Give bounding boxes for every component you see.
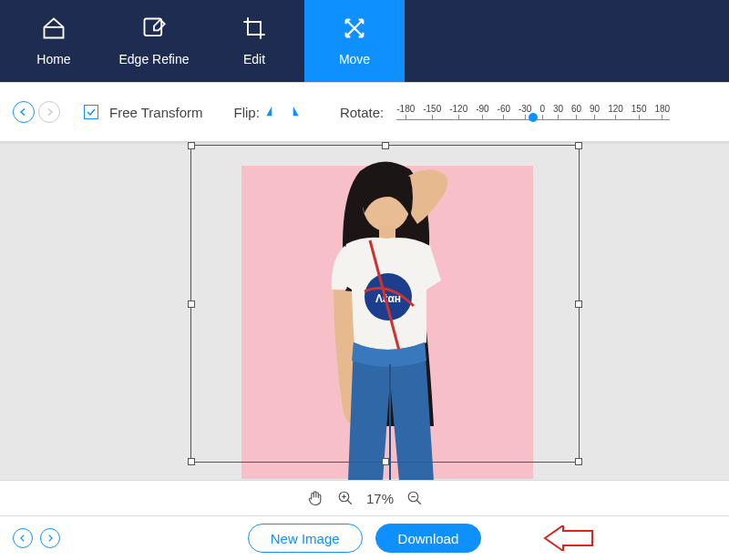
nav-home-label: Home <box>36 52 70 66</box>
rotate-slider[interactable]: -180 -150 -120 -90 -60 -30 0 30 60 90 12… <box>396 104 670 120</box>
nav-edge-refine[interactable]: Edge Refine <box>104 0 204 82</box>
nav-edge-refine-label: Edge Refine <box>118 52 189 66</box>
canvas-area[interactable]: Λέαн <box>0 142 729 480</box>
handle-s[interactable] <box>382 458 389 465</box>
paging-group <box>13 528 60 548</box>
top-nav: Home Edge Refine Edit Move <box>0 0 729 82</box>
free-transform-checkbox[interactable] <box>84 105 98 119</box>
download-label: Download <box>398 531 459 546</box>
new-image-button[interactable]: New Image <box>248 524 363 553</box>
zoom-out-icon[interactable] <box>406 490 423 506</box>
redo-button[interactable] <box>38 101 60 123</box>
svg-line-6 <box>347 500 352 504</box>
selection-box[interactable] <box>190 145 580 463</box>
undo-redo-group <box>13 101 60 123</box>
free-transform-label: Free Transform <box>109 105 203 120</box>
next-image-button[interactable] <box>40 528 60 548</box>
nav-edit[interactable]: Edit <box>204 0 304 82</box>
new-image-label: New Image <box>271 531 340 546</box>
rotate-thumb[interactable] <box>529 113 538 122</box>
edge-refine-icon <box>141 15 167 45</box>
flip-vertical-icon[interactable] <box>285 104 300 121</box>
download-button[interactable]: Download <box>375 524 482 553</box>
svg-line-10 <box>416 500 421 504</box>
rotate-group: Rotate: -180 -150 -120 -90 -60 -30 0 30 … <box>340 104 670 120</box>
handle-sw[interactable] <box>188 458 195 465</box>
center-actions: New Image Download <box>0 524 729 553</box>
attention-arrow-icon <box>543 525 594 551</box>
pan-hand-icon[interactable] <box>306 489 324 507</box>
home-icon <box>41 15 67 45</box>
nav-move[interactable]: Move <box>304 0 405 82</box>
crop-icon <box>241 15 267 45</box>
zoom-bar: 17% <box>0 480 729 516</box>
flip-label: Flip: <box>234 105 260 120</box>
handle-e[interactable] <box>575 300 582 308</box>
nav-move-label: Move <box>339 52 370 66</box>
handle-se[interactable] <box>575 458 582 465</box>
zoom-in-icon[interactable] <box>337 490 354 506</box>
undo-button[interactable] <box>13 101 35 123</box>
zoom-percent: 17% <box>366 491 394 506</box>
flip-group: Flip: <box>234 104 300 121</box>
handle-w[interactable] <box>188 300 195 308</box>
prev-image-button[interactable] <box>13 528 33 548</box>
action-bar: New Image Download <box>0 516 729 560</box>
options-bar: Free Transform Flip: Rotate: -180 -150 -… <box>0 82 729 142</box>
handle-ne[interactable] <box>575 142 582 149</box>
handle-nw[interactable] <box>188 142 195 149</box>
nav-home[interactable]: Home <box>4 0 104 82</box>
nav-edit-label: Edit <box>243 52 265 66</box>
handle-n[interactable] <box>382 142 389 149</box>
rotate-label: Rotate: <box>340 105 384 120</box>
move-icon <box>342 15 367 45</box>
flip-horizontal-icon[interactable] <box>265 104 280 121</box>
